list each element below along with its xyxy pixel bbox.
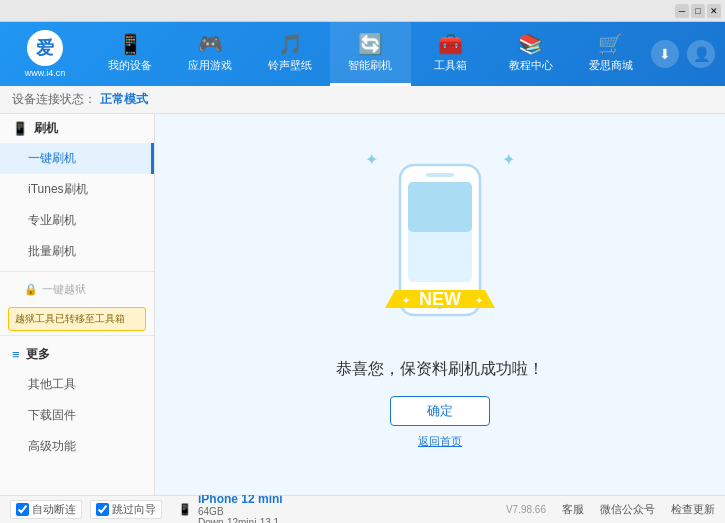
nav-right: ⬇ 👤 — [651, 40, 725, 68]
sidebar-item-onekey-flash[interactable]: 一键刷机 — [0, 143, 154, 174]
pro-flash-label: 专业刷机 — [28, 213, 76, 227]
skip-wizard-input[interactable] — [96, 503, 109, 516]
version-info: V7.98.66 — [506, 504, 546, 515]
nav-my-device-label: 我的设备 — [108, 58, 152, 73]
download-button[interactable]: ⬇ — [651, 40, 679, 68]
sidebar-item-download-fw[interactable]: 下载固件 — [0, 400, 154, 431]
nav-apps[interactable]: 🎮 应用游戏 — [170, 22, 250, 86]
logo-url: www.i4.cn — [25, 68, 66, 78]
nav-shop[interactable]: 🛒 爱思商城 — [571, 22, 651, 86]
sidebar-item-itunes-flash[interactable]: iTunes刷机 — [0, 174, 154, 205]
itunes-flash-label: iTunes刷机 — [28, 182, 88, 196]
auto-disconnect-label: 自动断连 — [32, 502, 76, 517]
sidebar-section-more: ≡ 更多 — [0, 340, 154, 369]
status-bar: 设备连接状态： 正常模式 — [0, 86, 725, 114]
main-layout: 📱 刷机 一键刷机 iTunes刷机 专业刷机 批量刷机 🔒 一键越狱 越狱工具… — [0, 114, 725, 495]
phone-illustration: ✦ ✦ NEW ✦ ✦ — [380, 160, 500, 343]
nav-apps-label: 应用游戏 — [188, 58, 232, 73]
auto-disconnect-checkbox[interactable]: 自动断连 — [10, 500, 82, 519]
auto-disconnect-input[interactable] — [16, 503, 29, 516]
advanced-label: 高级功能 — [28, 439, 76, 453]
sidebar-divider-2 — [0, 335, 154, 336]
sidebar-warning-box: 越狱工具已转移至工具箱 — [8, 307, 146, 331]
svg-text:✦: ✦ — [402, 295, 410, 306]
minimize-button[interactable]: ─ — [675, 4, 689, 18]
skip-wizard-label: 跳过向导 — [112, 502, 156, 517]
nav-tutorial[interactable]: 📚 教程中心 — [491, 22, 571, 86]
check-update-link[interactable]: 检查更新 — [671, 502, 715, 517]
more-section-title: 更多 — [26, 346, 50, 363]
nav-items: 📱 我的设备 🎮 应用游戏 🎵 铃声壁纸 🔄 智能刷机 🧰 工具箱 📚 教程中心… — [90, 22, 651, 86]
nav-tutorial-label: 教程中心 — [509, 58, 553, 73]
flash-section-icon: 📱 — [12, 121, 28, 136]
nav-my-device[interactable]: 📱 我的设备 — [90, 22, 170, 86]
bottom-left: 自动断连 跳过向导 📱 iPhone 12 mini 64GB Down-12m… — [10, 492, 506, 524]
sidebar-item-pro-flash[interactable]: 专业刷机 — [0, 205, 154, 236]
maximize-button[interactable]: □ — [691, 4, 705, 18]
sidebar-item-batch-flash[interactable]: 批量刷机 — [0, 236, 154, 267]
sidebar-item-advanced[interactable]: 高级功能 — [0, 431, 154, 462]
ringtone-icon: 🎵 — [278, 32, 303, 56]
sidebar-divider-1 — [0, 271, 154, 272]
lock-icon: 🔒 — [24, 283, 38, 296]
nav-ringtone[interactable]: 🎵 铃声壁纸 — [250, 22, 330, 86]
bottom-right: V7.98.66 客服 微信公众号 检查更新 — [506, 502, 715, 517]
nav-toolbox[interactable]: 🧰 工具箱 — [411, 22, 491, 86]
sidebar-disabled-jailbreak: 🔒 一键越狱 — [0, 276, 154, 303]
go-home-link[interactable]: 返回首页 — [418, 434, 462, 449]
sidebar-section-flash: 📱 刷机 — [0, 114, 154, 143]
header: 爱 www.i4.cn 📱 我的设备 🎮 应用游戏 🎵 铃声壁纸 🔄 智能刷机 … — [0, 22, 725, 86]
nav-flash-label: 智能刷机 — [348, 58, 392, 73]
title-bar: ─ □ ✕ — [0, 0, 725, 22]
close-button[interactable]: ✕ — [707, 4, 721, 18]
toolbox-icon: 🧰 — [438, 32, 463, 56]
device-storage: 64GB — [198, 506, 283, 517]
nav-shop-label: 爱思商城 — [589, 58, 633, 73]
my-device-icon: 📱 — [118, 32, 143, 56]
wechat-link[interactable]: 微信公众号 — [600, 502, 655, 517]
sidebar-item-other-tools[interactable]: 其他工具 — [0, 369, 154, 400]
nav-ringtone-label: 铃声壁纸 — [268, 58, 312, 73]
svg-rect-2 — [408, 182, 472, 232]
other-tools-label: 其他工具 — [28, 377, 76, 391]
sidebar: 📱 刷机 一键刷机 iTunes刷机 专业刷机 批量刷机 🔒 一键越狱 越狱工具… — [0, 114, 155, 495]
status-value: 正常模式 — [100, 91, 148, 108]
svg-rect-4 — [426, 173, 454, 177]
device-firmware: Down-12mini-13,1 — [198, 517, 283, 524]
phone-small-icon: 📱 — [178, 503, 192, 516]
logo-area[interactable]: 爱 www.i4.cn — [0, 30, 90, 78]
download-fw-label: 下载固件 — [28, 408, 76, 422]
nav-flash[interactable]: 🔄 智能刷机 — [330, 22, 410, 86]
skip-wizard-checkbox[interactable]: 跳过向导 — [90, 500, 162, 519]
svg-text:✦: ✦ — [475, 295, 483, 306]
sparkle-right-icon: ✦ — [502, 150, 515, 169]
device-details: iPhone 12 mini 64GB Down-12mini-13,1 — [198, 492, 283, 524]
bottom-bar: 自动断连 跳过向导 📱 iPhone 12 mini 64GB Down-12m… — [0, 495, 725, 523]
apps-icon: 🎮 — [198, 32, 223, 56]
tutorial-icon: 📚 — [518, 32, 543, 56]
device-info: 📱 iPhone 12 mini 64GB Down-12mini-13,1 — [178, 492, 283, 524]
flash-icon: 🔄 — [358, 32, 383, 56]
more-section-icon: ≡ — [12, 347, 20, 362]
status-label: 设备连接状态： — [12, 91, 96, 108]
onekey-flash-label: 一键刷机 — [28, 151, 76, 165]
logo-icon: 爱 — [27, 30, 63, 66]
sparkle-left-icon: ✦ — [365, 150, 378, 169]
nav-toolbox-label: 工具箱 — [434, 58, 467, 73]
warning-text: 越狱工具已转移至工具箱 — [15, 313, 125, 324]
svg-text:NEW: NEW — [419, 289, 461, 309]
customer-service-link[interactable]: 客服 — [562, 502, 584, 517]
phone-svg: NEW ✦ ✦ — [380, 160, 500, 340]
success-text: 恭喜您，保资料刷机成功啦！ — [336, 359, 544, 380]
flash-section-title: 刷机 — [34, 120, 58, 137]
confirm-button[interactable]: 确定 — [390, 396, 490, 426]
shop-icon: 🛒 — [598, 32, 623, 56]
batch-flash-label: 批量刷机 — [28, 244, 76, 258]
content-area: ✦ ✦ NEW ✦ ✦ — [155, 114, 725, 495]
user-button[interactable]: 👤 — [687, 40, 715, 68]
jailbreak-label: 一键越狱 — [42, 282, 86, 297]
